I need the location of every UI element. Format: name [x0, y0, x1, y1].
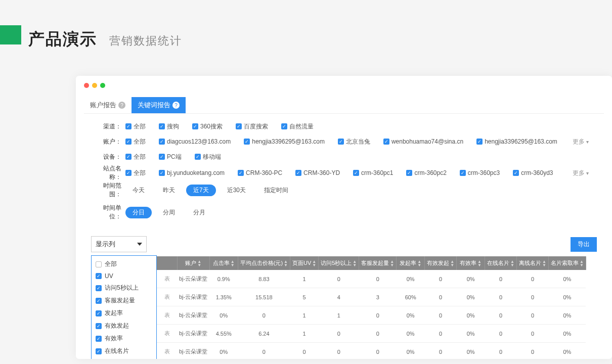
column-option[interactable]: 全部 — [92, 258, 156, 270]
table-row: 表bj-云朵课堂4.55%6.241000%00%000% — [91, 325, 586, 343]
column-option-label: 在线名片 — [105, 347, 129, 355]
table-header-cell[interactable]: 名片索取率▲▼ — [548, 256, 586, 270]
tab-account-report[interactable]: 账户报告 ? — [84, 97, 132, 113]
table-cell: 0% — [457, 325, 485, 343]
filter-checkbox[interactable]: ✓crm-360yd3 — [513, 169, 553, 176]
range-option[interactable]: 指定时间 — [257, 185, 295, 196]
filter-checkbox[interactable]: ✓wenbohuamao74@sina.cn — [383, 138, 463, 145]
more-toggle[interactable]: 更多▾ — [573, 169, 589, 177]
range-option[interactable]: 分周 — [156, 207, 182, 218]
table-cell: 0% — [397, 343, 425, 359]
filter-item-label: 360搜索 — [200, 122, 223, 131]
checkbox-icon: ✓ — [338, 139, 344, 145]
range-option[interactable]: 近30天 — [220, 185, 253, 196]
table-header-cell[interactable]: 在线名片▲▼ — [485, 256, 517, 270]
range-option[interactable]: 昨天 — [156, 185, 182, 196]
help-icon[interactable]: ? — [118, 102, 125, 109]
table-cell: 0 — [290, 343, 318, 359]
filter-item-label: crm-360pc1 — [361, 169, 393, 176]
table-cell: 5 — [290, 288, 318, 306]
more-toggle[interactable]: 更多▾ — [573, 138, 589, 146]
filter-item-label: 全部 — [134, 122, 146, 131]
filter-checkbox[interactable]: ✓crm-360pc3 — [460, 169, 500, 176]
column-option[interactable]: ✓客服发起量 — [92, 294, 156, 307]
filter-checkbox[interactable]: ✓移动端 — [195, 153, 221, 161]
column-select[interactable]: 显示列 — [91, 236, 147, 252]
filter-time-range: 时间范围： 今天昨天近7天近30天指定时间 — [94, 181, 604, 199]
column-option[interactable]: ✓发起率 — [92, 307, 156, 320]
checkbox-icon: ✓ — [159, 123, 165, 129]
range-option[interactable]: 近7天 — [186, 185, 216, 196]
tab-keyword-report[interactable]: 关键词报告 ? — [132, 97, 186, 113]
filter-checkbox[interactable]: ✓hengjia3396295@163.com — [244, 138, 325, 145]
table-cell: bj-云朵课堂 — [177, 288, 209, 306]
sort-icon: ▲▼ — [284, 260, 288, 267]
filter-checkbox[interactable]: ✓PC端 — [159, 153, 182, 161]
maximize-dot[interactable] — [100, 83, 105, 88]
filter-checkbox[interactable]: ✓bj.yunduoketang.com — [159, 169, 225, 176]
sort-icon: ▲▼ — [231, 260, 235, 267]
filter-checkbox[interactable]: ✓hengjia3396295@163.com — [476, 138, 557, 145]
column-option[interactable]: ✓访问5秒以上 — [92, 282, 156, 294]
table-cell: 0% — [397, 270, 425, 288]
filter-checkbox[interactable]: ✓搜狗 — [159, 122, 179, 131]
table-cell: 0 — [359, 270, 397, 288]
table-cell: 0 — [319, 270, 359, 288]
checkbox-icon — [96, 261, 102, 267]
table-header-cell[interactable]: 点击率▲▼ — [209, 256, 238, 270]
filter-checkbox[interactable]: ✓全部 — [125, 169, 146, 177]
range-option[interactable]: 分日 — [125, 207, 152, 218]
table-header-cell[interactable]: 账户▲▼ — [177, 256, 209, 270]
minimize-dot[interactable] — [92, 83, 97, 88]
filter-checkbox[interactable]: ✓crm-360pc2 — [406, 169, 446, 176]
table-header-cell[interactable]: 发起率▲▼ — [397, 256, 425, 270]
table-header-cell[interactable]: 离线名片▲▼ — [517, 256, 549, 270]
export-button[interactable]: 导出 — [571, 237, 597, 252]
column-option[interactable]: ✓有效发起 — [92, 320, 156, 332]
column-option-label: 有效率 — [105, 334, 123, 343]
filter-label: 时间单位： — [94, 204, 125, 221]
filter-checkbox[interactable]: ✓diagcuos123@163.com — [159, 138, 231, 145]
header-label: 发起率 — [400, 260, 416, 266]
table-header-cell[interactable]: 客服发起量▲▼ — [359, 256, 397, 270]
column-option[interactable]: ✓在线名片 — [92, 345, 156, 357]
filter-checkbox[interactable]: ✓360搜索 — [192, 122, 223, 131]
table-header-cell[interactable]: 页面UV▲▼ — [290, 256, 318, 270]
table-cell: 0 — [517, 270, 549, 288]
filter-checkbox[interactable]: ✓全部 — [125, 153, 146, 161]
table-cell: 0% — [457, 288, 485, 306]
table-header-cell[interactable]: 访问5秒以上▲▼ — [319, 256, 359, 270]
filter-checkbox[interactable]: ✓CRM-360-YD — [295, 169, 340, 176]
filter-checkbox[interactable]: ✓crm-360pc1 — [353, 169, 393, 176]
table-cell: 1 — [290, 306, 318, 325]
table-header-cell[interactable]: 有效率▲▼ — [457, 256, 485, 270]
demo-card: 账户报告 ? 关键词报告 ? 渠道： ✓全部✓搜狗✓360搜索✓百度搜索✓自然流… — [76, 76, 612, 359]
header-label: 离线名片 — [519, 260, 541, 266]
table-cell: 0 — [425, 270, 457, 288]
filter-checkbox[interactable]: ✓全部 — [125, 138, 146, 146]
filter-checkbox[interactable]: ✓CRM-360-PC — [238, 169, 282, 176]
filter-checkbox[interactable]: ✓全部 — [125, 122, 146, 131]
table-cell: 0% — [397, 306, 425, 325]
chevron-down-icon: ▾ — [586, 139, 589, 145]
column-dropdown[interactable]: 全部✓UV✓访问5秒以上✓客服发起量✓发起率✓有效发起✓有效率✓在线名片✓离线名… — [91, 255, 157, 359]
filter-checkbox[interactable]: ✓百度搜索 — [236, 122, 268, 131]
window-controls — [76, 76, 612, 94]
table-cell: 1 — [290, 325, 318, 343]
range-option[interactable]: 今天 — [125, 185, 152, 196]
filter-checkbox[interactable]: ✓北京当兔 — [338, 138, 370, 146]
range-option[interactable]: 分月 — [186, 207, 212, 218]
checkbox-icon: ✓ — [159, 139, 165, 145]
close-dot[interactable] — [84, 83, 89, 88]
column-option[interactable]: ✓离线名片 — [92, 357, 156, 359]
filter-checkbox[interactable]: ✓自然流量 — [281, 122, 314, 131]
header-label: 客服发起量 — [361, 260, 389, 266]
table-header-cell[interactable]: 平均点击价格(元)▲▼ — [238, 256, 290, 270]
filter-item-label: crm-360pc3 — [468, 169, 500, 176]
column-option[interactable]: ✓有效率 — [92, 332, 156, 345]
table-header-cell[interactable]: 有效发起▲▼ — [425, 256, 457, 270]
column-option[interactable]: ✓UV — [92, 270, 156, 282]
filter-item-label: 移动端 — [203, 153, 221, 161]
help-icon[interactable]: ? — [172, 102, 180, 109]
data-table-wrap: 账户▲▼点击率▲▼平均点击价格(元)▲▼页面UV▲▼访问5秒以上▲▼客服发起量▲… — [91, 256, 604, 359]
